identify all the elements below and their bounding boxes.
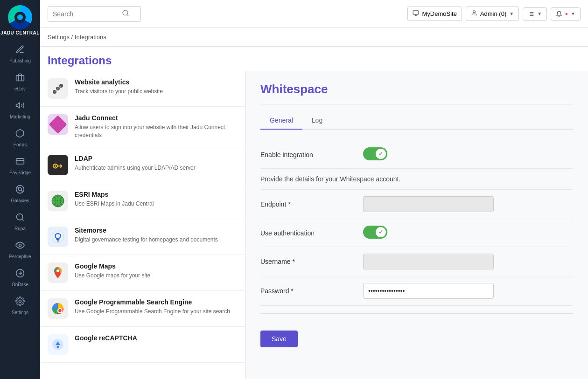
google-search-icon [48,298,68,319]
password-control [363,283,573,299]
endpoint-input[interactable] [363,196,494,212]
svg-line-9 [22,219,24,221]
actions-menu[interactable]: ▼ [523,7,547,21]
save-button[interactable]: Save [260,331,298,347]
use-auth-toggle-knob: ✓ [376,227,386,237]
tab-general[interactable]: General [260,112,302,130]
sitemorse-icon-container [48,227,68,247]
jadu-name: Jadu Connect [75,114,238,122]
use-auth-label: Use authentication [260,229,354,237]
sidebar-item-settings-label: Settings [12,310,28,315]
page-title: Integrations [48,54,581,67]
integration-ldap[interactable]: LDAP Authenticate admins using your LDAP… [40,147,245,183]
integration-google-search[interactable]: Google Programmable Search Engine Use Go… [40,291,245,327]
sidebar-item-rupa-label: Rupa [14,226,26,231]
use-auth-control: ✓ [363,226,573,240]
admin-menu[interactable]: Admin (0) ▼ [466,7,519,21]
svg-point-13 [19,300,21,303]
password-input[interactable] [363,283,494,299]
sidebar-item-marketing[interactable]: Marketing [0,96,40,124]
main-area: MyDemoSite Admin (0) ▼ ▼ ● ▼ Settings / [40,0,588,379]
integration-detail: Whitespace General Log Enable integratio… [245,71,588,379]
admin-dropdown-icon: ▼ [509,11,514,16]
toggle-check-icon: ✓ [378,151,383,157]
galaxies-icon [15,185,25,196]
search-box[interactable] [48,6,141,22]
recaptcha-name: Google reCAPTCHA [75,334,238,342]
sidebar-item-marketing-label: Marketing [10,114,30,119]
header-actions: MyDemoSite Admin (0) ▼ ▼ ● ▼ [407,7,581,21]
form-divider [260,313,573,314]
page-title-area: Integrations [40,47,588,71]
username-input[interactable] [363,254,494,269]
search-icon[interactable] [122,9,129,19]
sidebar-item-onbase[interactable]: OnBase [0,264,40,292]
rupa-icon [15,213,25,224]
notifications-button[interactable]: ● ▼ [551,7,581,21]
integration-esri-maps[interactable]: ESRI Maps Use ESRI Maps in Jadu Central [40,183,245,219]
esri-info: ESRI Maps Use ESRI Maps in Jadu Central [75,191,238,208]
enable-label: Enable integration [260,151,354,158]
sidebar-item-egov[interactable]: eGov [0,68,40,96]
jadu-info: Jadu Connect Allow users to sign into yo… [75,114,238,139]
breadcrumb: Settings / Integrations [40,28,588,47]
ldap-icon [48,155,68,175]
svg-line-15 [127,14,128,16]
marketing-icon [15,101,25,112]
password-row: Password * [260,276,573,306]
sidebar-item-publishing-label: Publishing [9,58,31,63]
site-selector[interactable]: MyDemoSite [407,7,462,21]
settings-icon [15,296,25,308]
esri-desc: Use ESRI Maps in Jadu Central [75,200,238,208]
google-maps-info: Google Maps Use Google maps for your sit… [75,262,238,280]
breadcrumb-parent[interactable]: Settings [48,34,70,41]
google-maps-name: Google Maps [75,262,238,270]
jadu-icon [48,114,68,135]
title-divider [260,104,573,104]
sidebar-item-rupa[interactable]: Rupa [0,208,40,236]
svg-rect-16 [413,11,419,14]
integration-jadu-connect[interactable]: Jadu Connect Allow users to sign into yo… [40,107,245,147]
svg-point-5 [19,188,22,191]
analytics-name: Website analytics [75,78,238,86]
sidebar-item-galaxies[interactable]: Galaxies [0,180,40,208]
sidebar-item-egov-label: eGov [14,86,26,91]
onbase-icon [15,269,25,280]
integration-recaptcha[interactable]: Google reCAPTCHA [40,327,245,363]
egov-icon [15,73,25,84]
enable-toggle[interactable]: ✓ [363,147,387,160]
esri-name: ESRI Maps [75,191,238,198]
ldap-info: LDAP Authenticate admins using your LDAP… [75,155,238,172]
integration-website-analytics[interactable]: Website analytics Track visitors to your… [40,71,245,107]
integration-sitemorse[interactable]: Sitemorse Digital governance testing for… [40,219,245,255]
admin-icon [471,10,477,18]
password-label: Password * [260,287,354,295]
app-logo[interactable]: JADU CENTRAL [0,0,40,40]
breadcrumb-separator: / [71,34,73,41]
svg-rect-2 [16,158,24,164]
svg-point-19 [473,11,476,13]
sidebar-item-onbase-label: OnBase [12,282,28,287]
sidebar-item-forms[interactable]: Forms [0,124,40,152]
svg-point-8 [17,214,23,220]
recaptcha-icon [48,334,68,355]
sidebar-item-settings[interactable]: Settings [0,292,40,320]
use-auth-row: Use authentication ✓ [260,219,573,247]
sidebar-item-paybridge[interactable]: PayBridge [0,152,40,180]
use-auth-toggle[interactable]: ✓ [363,226,387,239]
endpoint-control [363,196,573,212]
header: MyDemoSite Admin (0) ▼ ▼ ● ▼ [40,0,588,28]
detail-title: Whitespace [260,82,573,96]
svg-rect-0 [16,76,24,81]
tab-log[interactable]: Log [302,112,332,130]
svg-point-14 [123,10,128,15]
svg-line-7 [21,190,23,192]
search-input[interactable] [53,10,118,18]
sidebar-item-publishing[interactable]: Publishing [0,40,40,68]
integration-google-maps[interactable]: Google Maps Use Google maps for your sit… [40,255,245,291]
toggle-knob: ✓ [376,149,386,159]
endpoint-label: Endpoint * [260,200,354,208]
sidebar-item-perceptive[interactable]: Perceptive [0,236,40,264]
perceptive-icon [15,241,25,252]
account-description: Provide the details for your Whitespace … [260,169,573,190]
